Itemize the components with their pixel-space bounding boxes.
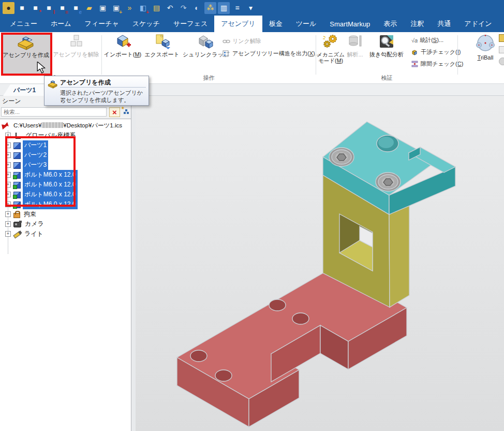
save-icon[interactable]: ▣ xyxy=(97,2,109,14)
expand-toggle[interactable] xyxy=(5,152,11,158)
web-doc-icon[interactable]: ■e xyxy=(70,2,82,14)
group-separator xyxy=(316,35,316,75)
tree-item-icon xyxy=(13,152,21,159)
clearance-check-button[interactable]: 隙間チェック(C) xyxy=(411,60,463,68)
tree-item[interactable]: ライト xyxy=(0,229,131,239)
expand-toggle[interactable] xyxy=(5,221,11,227)
tree-item-icon xyxy=(13,182,21,189)
ribbon-tab[interactable]: ヘルプ/トレーニング xyxy=(499,16,504,32)
draft-analysis-icon xyxy=(378,33,395,50)
mechanism-mode-button[interactable]: メカニズムモード(M) xyxy=(317,33,344,75)
scene-browser-panel: シーン × C:¥Users¥¥Desktop¥パーツ1.ics グローバル座標… xyxy=(0,96,131,431)
clear-search-button[interactable]: × xyxy=(109,107,120,117)
panel-toggle-icon[interactable]: ▥ xyxy=(218,2,230,14)
tree-item[interactable]: グローバル座標系 xyxy=(0,131,131,140)
ribbon-tab[interactable]: 板金 xyxy=(262,16,289,32)
insert-part-icon[interactable]: ◧+ xyxy=(137,2,149,14)
expand-toggle[interactable] xyxy=(5,211,11,217)
expand-toggle[interactable] xyxy=(5,162,11,168)
expand-toggle[interactable] xyxy=(5,182,11,188)
clearance-check-icon xyxy=(411,61,419,67)
ribbon-tab[interactable]: アドイン xyxy=(457,16,498,32)
clipped-icon xyxy=(499,58,504,65)
save-as-icon[interactable]: ▣+ xyxy=(110,2,122,14)
yellow-plate-right-face xyxy=(389,205,409,307)
assembly-model xyxy=(136,96,504,431)
tree-item[interactable]: ボルトM6.0 x 12.0 xyxy=(0,190,131,199)
filter-tree-icon[interactable] xyxy=(123,108,130,116)
red-hole xyxy=(292,313,309,324)
ribbon-tab[interactable]: フィーチャ xyxy=(78,16,126,32)
interference-check-button[interactable]: 干渉チェック(I) xyxy=(411,48,461,56)
tree-item[interactable]: パーツ2 xyxy=(0,150,131,160)
quick-access-toolbar: ●■■*■I■≡■e▰▣▣+»◧+▤↶↷◐⁂▥≡▾ xyxy=(0,0,504,16)
red-hole xyxy=(190,350,207,362)
mechanism-mode-icon xyxy=(322,33,339,50)
ribbon-tab[interactable]: 表示 xyxy=(377,16,404,32)
ribbon-tab[interactable]: 共通 xyxy=(431,16,457,32)
tree-item[interactable]: ボルトM6.0 x 12.0 xyxy=(0,180,131,190)
tree-item[interactable]: ボルトM6.0 x 12.0 xyxy=(0,199,131,209)
unlink-button: リンク解除 xyxy=(223,37,261,45)
tree-item-icon xyxy=(13,142,21,149)
tree-item[interactable]: 拘束 xyxy=(0,209,131,219)
new-drawing-alt-icon[interactable]: ■≡ xyxy=(56,2,68,14)
export-assembly-tree-button[interactable]: アセンブリツリー構造を出力(X)... xyxy=(223,50,320,58)
tooltip-create-assembly-icon xyxy=(47,79,58,89)
tree-item-scene-root[interactable]: C:¥Users¥¥Desktop¥パーツ1.ics xyxy=(0,121,131,131)
expand-toggle[interactable] xyxy=(5,142,11,148)
tree-item[interactable]: カメラ xyxy=(0,219,131,229)
send-scene-icon[interactable]: » xyxy=(124,2,136,14)
expand-toggle[interactable] xyxy=(5,172,11,178)
triball-toggle-icon[interactable]: ◐ xyxy=(191,2,203,14)
panel-splitter[interactable] xyxy=(131,84,136,431)
ribbon-tab[interactable]: メニュー xyxy=(3,16,44,32)
expand-toggle[interactable] xyxy=(5,192,11,197)
expand-toggle[interactable] xyxy=(5,202,11,207)
redo-icon[interactable]: ↷ xyxy=(177,2,189,14)
censored-username xyxy=(41,122,63,128)
clipped-icon xyxy=(499,34,504,42)
ribbon-tab[interactable]: スケッチ xyxy=(126,16,167,32)
catalog-icon[interactable]: ▤ xyxy=(151,2,162,14)
tree-item[interactable]: パーツ1 xyxy=(0,140,131,150)
statistics-button[interactable]: √a 統計(S)... xyxy=(411,36,443,44)
scene-list-icon[interactable]: ≡ xyxy=(231,2,243,14)
teal-large-hole-inner xyxy=(378,137,394,148)
analysis-icon xyxy=(347,33,363,50)
qat-customize-icon[interactable]: ▾ xyxy=(245,2,257,14)
3d-viewport[interactable] xyxy=(136,96,504,431)
ribbon-tab[interactable]: ホーム xyxy=(44,16,78,32)
ribbon-tab[interactable]: アセンブリ xyxy=(214,16,262,32)
tree-item[interactable]: ボルトM6.0 x 12.0 xyxy=(0,170,131,180)
import-button[interactable]: インポート(M) xyxy=(103,33,142,75)
new-scene-icon[interactable]: ■ xyxy=(16,2,28,14)
clipped-icon xyxy=(499,46,504,53)
new-drawing-icon[interactable]: ■I xyxy=(43,2,55,14)
document-tab-parts1[interactable]: パーツ1 xyxy=(3,84,49,96)
search-input[interactable] xyxy=(1,107,107,117)
statistics-icon: √a xyxy=(411,37,418,44)
expand-toggle[interactable] xyxy=(5,231,11,237)
ribbon-tab[interactable]: サーフェス xyxy=(167,16,214,32)
import-icon xyxy=(114,33,131,50)
interference-check-icon xyxy=(411,49,419,55)
undo-icon[interactable]: ↶ xyxy=(164,2,176,14)
ribbon-tab[interactable]: SmartMarkup xyxy=(323,16,377,32)
analysis-button: 解析... xyxy=(345,33,365,75)
shrinkwrap-icon xyxy=(197,33,215,50)
red-hole xyxy=(215,370,232,381)
expand-toggle[interactable] xyxy=(5,133,11,138)
open-folder-icon[interactable]: ▰ xyxy=(83,2,95,14)
export-button[interactable]: エクスポート xyxy=(143,33,181,75)
app-logo-icon[interactable]: ● xyxy=(3,2,14,14)
open-sample-icon[interactable]: ■* xyxy=(29,2,41,14)
draft-analysis-button[interactable]: 抜き勾配分析 xyxy=(365,33,408,75)
tree-browser-toggle-icon[interactable]: ⁂ xyxy=(204,2,216,14)
tooltip-body-line2: アセンブリを作成します。 xyxy=(60,96,129,104)
triball-button[interactable]: TriBall xyxy=(471,33,500,75)
tree-item-icon xyxy=(13,213,20,218)
ribbon-tab[interactable]: 注釈 xyxy=(404,16,431,32)
tree-item[interactable]: パーツ3 xyxy=(0,160,131,170)
ribbon-tab[interactable]: ツール xyxy=(289,16,323,32)
